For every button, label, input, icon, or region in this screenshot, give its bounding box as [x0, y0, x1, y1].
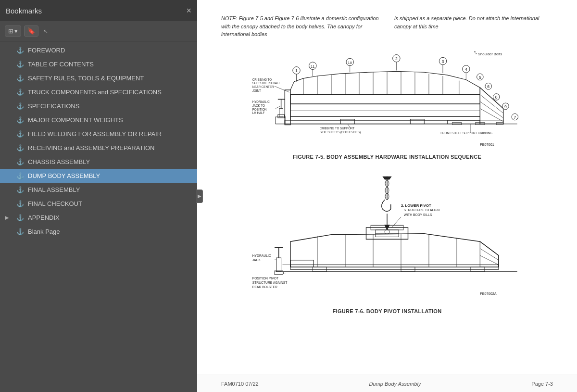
svg-text:HYDRAULIC: HYDRAULIC	[252, 254, 271, 257]
svg-text:WITH BODY SILLS: WITH BODY SILLS	[404, 213, 432, 216]
sidebar-item-label: APPENDIX	[28, 214, 60, 221]
sidebar-toolbar: ⊞ ▾ 🔖 ↖	[0, 21, 197, 41]
footer-center: Dump Body Assembly	[369, 381, 421, 387]
expand-icon[interactable]: ▶	[5, 215, 13, 221]
bookmark-icon: ⚓	[16, 144, 24, 152]
bookmark-icon: ⚓	[16, 116, 24, 124]
svg-text:*: *	[474, 49, 476, 54]
svg-text:SIDE SHEETS (BOTH SIDES): SIDE SHEETS (BOTH SIDES)	[320, 130, 361, 134]
figure-7-6-container: 1. POSITION PIVOT STRUCTURE AGAINST REAR…	[221, 174, 553, 314]
sidebar-item-label: TRUCK COMPONENTS and SPECIFICATIONS	[28, 89, 162, 96]
svg-text:9: 9	[504, 104, 507, 109]
sidebar-item-label: FINAL CHECKOUT	[28, 200, 82, 207]
svg-text:CRIBBING TO SUPPORT: CRIBBING TO SUPPORT	[320, 126, 355, 130]
svg-text:8: 8	[495, 95, 498, 100]
sidebar-title: Bookmarks	[6, 7, 42, 15]
svg-text:2. LOWER PIVOT: 2. LOWER PIVOT	[401, 203, 431, 208]
bookmark-icon: ⚓	[16, 158, 24, 165]
svg-text:* Shoulder Bolts: * Shoulder Bolts	[476, 52, 502, 56]
bookmark-icon: ⚓	[16, 61, 24, 68]
document-content: NOTE: Figure 7-5 and Figure 7-6 illustra…	[197, 0, 577, 375]
svg-text:CRIBBING TO: CRIBBING TO	[252, 77, 272, 81]
sidebar-item-final-assembly[interactable]: ⚓FINAL ASSEMBLY	[0, 183, 197, 197]
svg-text:NEAR CENTER: NEAR CENTER	[252, 85, 274, 89]
grid-icon: ⊞	[8, 27, 13, 35]
svg-text:5: 5	[479, 75, 481, 79]
sidebar-item-label: TABLE OF CONTENTS	[28, 61, 94, 68]
footer-left: FAM0710 07/22	[221, 381, 259, 387]
svg-text:LH HALF: LH HALF	[252, 111, 265, 114]
sidebar-collapse-button[interactable]: ▶	[196, 190, 203, 203]
sidebar-item-label: FOREWORD	[28, 47, 65, 54]
note-left: NOTE: Figure 7-5 and Figure 7-6 illustra…	[221, 14, 380, 38]
bookmark-icon: ⚓	[16, 75, 24, 82]
sidebar-item-final-checkout[interactable]: ⚓FINAL CHECKOUT	[0, 197, 197, 211]
svg-text:7: 7	[514, 114, 516, 119]
sidebar-header: Bookmarks ×	[0, 0, 197, 21]
sidebar-item-label: CHASSIS ASSEMBLY	[28, 158, 90, 165]
svg-text:1.: 1.	[283, 271, 286, 275]
svg-rect-0	[248, 48, 527, 151]
svg-text:STRUCTURE TO ALIGN: STRUCTURE TO ALIGN	[404, 208, 440, 212]
sidebar-item-label: Blank Page	[28, 228, 60, 235]
svg-text:1: 1	[295, 68, 298, 73]
svg-text:POSITION: POSITION	[252, 107, 267, 111]
note-section: NOTE: Figure 7-5 and Figure 7-6 illustra…	[221, 14, 553, 38]
sidebar-item-specifications[interactable]: ⚓SPECIFICATIONS	[0, 99, 197, 113]
svg-text:STRUCTURE AGAINST: STRUCTURE AGAINST	[252, 281, 288, 284]
sidebar-item-safety[interactable]: ⚓SAFETY RULES, TOOLS & EQUIPMENT	[0, 71, 197, 85]
bookmark-list: ⚓FOREWORD⚓TABLE OF CONTENTS⚓SAFETY RULES…	[0, 41, 197, 392]
svg-text:10: 10	[348, 60, 352, 64]
footer-right: Page 7-3	[531, 381, 553, 387]
bookmark-icon: ⚓	[16, 89, 24, 96]
bookmark-add-button[interactable]: 🔖	[24, 25, 38, 37]
sidebar-item-receiving[interactable]: ⚓RECEIVING and ASSEMBLY PREPARATION	[0, 141, 197, 155]
sidebar-item-appendix[interactable]: ▶⚓APPENDIX	[0, 211, 197, 225]
figure-7-6-diagram: 1. POSITION PIVOT STRUCTURE AGAINST REAR…	[248, 174, 527, 304]
note-right: is shipped as a separate piece. Do not a…	[394, 14, 553, 38]
cursor-icon: ↖	[43, 28, 48, 35]
sidebar-item-chassis[interactable]: ⚓CHASSIS ASSEMBLY	[0, 155, 197, 169]
svg-text:6: 6	[487, 84, 489, 89]
bookmark-icon: ⚓	[16, 200, 24, 207]
bookmark-icon: ⚓	[16, 130, 24, 138]
svg-text:HYDRAULIC: HYDRAULIC	[252, 100, 270, 103]
document-footer: FAM0710 07/22 Dump Body Assembly Page 7-…	[197, 375, 577, 392]
sidebar-item-label: FIELD WELDING FOR ASSEMBLY OR REPAIR	[28, 130, 162, 138]
sidebar-item-foreword[interactable]: ⚓FOREWORD	[0, 43, 197, 57]
svg-text:FRONT SHEET SUPPORT CRIBBING: FRONT SHEET SUPPORT CRIBBING	[440, 131, 492, 134]
svg-text:FE07001: FE07001	[480, 142, 494, 146]
svg-text:2: 2	[395, 56, 398, 61]
sidebar-item-label: DUMP BODY ASSEMBLY	[28, 172, 100, 179]
sidebar-item-blank-page[interactable]: ⚓Blank Page	[0, 225, 197, 239]
svg-text:FE07002A: FE07002A	[480, 291, 496, 296]
bookmark-icon: ⚓	[16, 47, 24, 54]
sidebar-item-major-weights[interactable]: ⚓MAJOR COMPONENT WEIGHTS	[0, 113, 197, 127]
figure-7-5-diagram: 1 11 10 2 3 4	[248, 48, 527, 151]
svg-text:REAR BOLSTER: REAR BOLSTER	[252, 285, 277, 289]
svg-text:4: 4	[465, 67, 467, 72]
sidebar-item-field-welding[interactable]: ⚓FIELD WELDING FOR ASSEMBLY OR REPAIR	[0, 127, 197, 141]
bookmark-icon: ⚓	[16, 186, 24, 193]
svg-text:3: 3	[442, 59, 444, 63]
sidebar-item-toc[interactable]: ⚓TABLE OF CONTENTS	[0, 57, 197, 71]
svg-text:JACK: JACK	[252, 258, 261, 262]
bookmark-icon: ⚓	[16, 214, 24, 221]
sidebar-item-truck-components[interactable]: ⚓TRUCK COMPONENTS and SPECIFICATIONS	[0, 85, 197, 99]
sidebar-item-label: MAJOR COMPONENT WEIGHTS	[28, 116, 123, 124]
bookmark-icon: ⚓	[16, 172, 24, 179]
figure-7-6-caption: FIGURE 7-6. BODY PIVOT INSTALLATION	[333, 308, 442, 314]
bookmark-icon: ⚓	[16, 102, 24, 110]
svg-text:SUPPORT RH HALF: SUPPORT RH HALF	[252, 81, 281, 85]
close-icon[interactable]: ×	[186, 6, 191, 15]
sidebar-item-label: RECEIVING and ASSEMBLY PREPARATION	[28, 144, 154, 152]
svg-text:POSITION PIVOT: POSITION PIVOT	[252, 277, 278, 280]
svg-text:11: 11	[311, 64, 315, 68]
main-content: NOTE: Figure 7-5 and Figure 7-6 illustra…	[197, 0, 577, 392]
bookmark-icon: 🔖	[27, 27, 35, 35]
sidebar-item-dump-body[interactable]: ⚓DUMP BODY ASSEMBLY	[0, 169, 197, 183]
sidebar-item-label: SPECIFICATIONS	[28, 102, 79, 110]
grid-dropdown-button[interactable]: ⊞ ▾	[5, 25, 21, 37]
svg-text:JOINT: JOINT	[252, 89, 261, 92]
sidebar-item-label: FINAL ASSEMBLY	[28, 186, 80, 193]
